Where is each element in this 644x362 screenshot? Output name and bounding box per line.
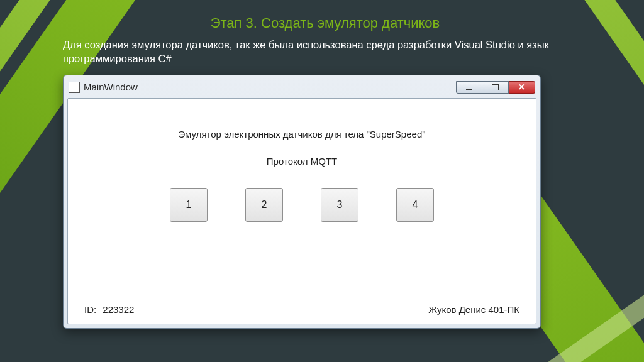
emulator-heading: Эмулятор электронных датчиков для тела "… bbox=[84, 129, 519, 140]
maximize-icon bbox=[492, 84, 499, 90]
window-title: MainWindow bbox=[84, 82, 456, 92]
presentation-slide: Этап 3. Создать эмулятор датчиков Для со… bbox=[0, 0, 644, 362]
slide-title: Этап 3. Создать эмулятор датчиков bbox=[63, 15, 587, 31]
id-label: ID: bbox=[84, 304, 96, 315]
close-icon: ✕ bbox=[518, 82, 525, 92]
close-button[interactable]: ✕ bbox=[509, 81, 535, 94]
id-value: 223322 bbox=[103, 304, 134, 315]
app-window: MainWindow ✕ Эмулятор электронных датчик… bbox=[63, 75, 541, 329]
sensor-button-row: 1 2 3 4 bbox=[84, 188, 519, 222]
window-client-area: Эмулятор электронных датчиков для тела "… bbox=[67, 98, 536, 324]
maximize-button[interactable] bbox=[482, 81, 509, 94]
app-icon bbox=[69, 82, 80, 93]
sensor-button-1[interactable]: 1 bbox=[170, 188, 208, 222]
minimize-button[interactable] bbox=[456, 81, 482, 94]
protocol-label: Протокол MQTT bbox=[84, 156, 519, 167]
window-titlebar[interactable]: MainWindow ✕ bbox=[67, 79, 536, 98]
status-bar: ID: 223322 Жуков Денис 401-ПК bbox=[84, 304, 519, 315]
sensor-button-2[interactable]: 2 bbox=[245, 188, 283, 222]
sensor-button-3[interactable]: 3 bbox=[321, 188, 358, 222]
window-controls: ✕ bbox=[456, 81, 535, 94]
author-label: Жуков Денис 401-ПК bbox=[428, 304, 519, 315]
id-display: ID: 223322 bbox=[84, 304, 134, 315]
slide-description: Для создания эмулятора датчиков, так же … bbox=[63, 38, 587, 66]
sensor-button-4[interactable]: 4 bbox=[396, 188, 434, 222]
minimize-icon bbox=[466, 89, 472, 90]
